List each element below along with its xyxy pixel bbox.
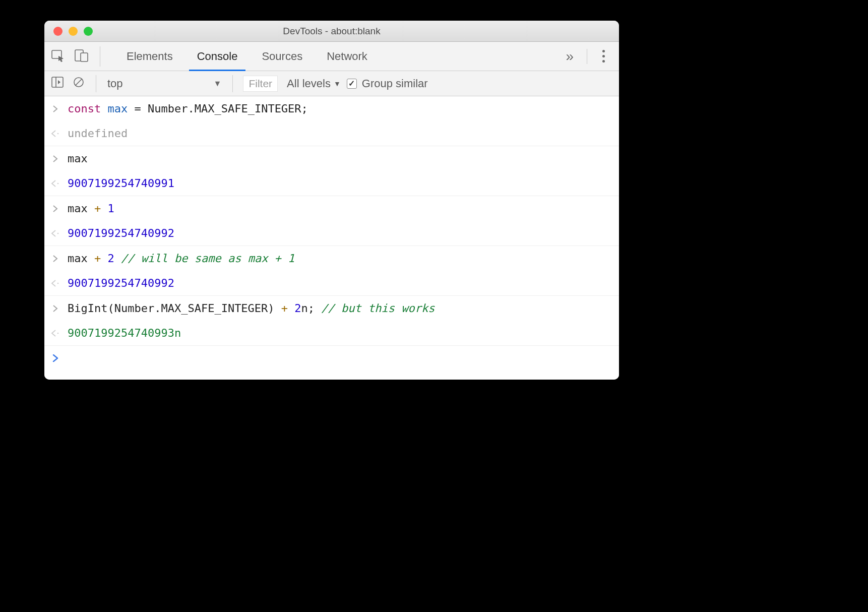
console-input-row: max + 2 // will be same as max + 1: [44, 246, 619, 271]
filter-left-controls: [51, 75, 96, 92]
traffic-lights: [44, 27, 93, 36]
console-line-content: 9007199254740993n: [68, 325, 181, 341]
console-line-content: const max = Number.MAX_SAFE_INTEGER;: [68, 100, 308, 117]
zoom-icon[interactable]: [84, 27, 93, 36]
main-toolbar: Elements Console Sources Network »: [44, 42, 619, 71]
window-title: DevTools - about:blank: [44, 26, 619, 37]
more-tabs-icon[interactable]: »: [566, 48, 574, 65]
group-similar-label: Group similar: [362, 77, 428, 90]
input-prompt-icon: [49, 300, 61, 317]
context-label: top: [107, 77, 123, 90]
output-arrow-icon: [49, 175, 61, 192]
input-prompt-icon: [49, 250, 61, 267]
chevron-down-icon: ▼: [334, 80, 341, 88]
devtools-window: DevTools - about:blank Elements: [44, 21, 619, 380]
filter-input[interactable]: Filter: [243, 76, 278, 92]
console-input-row: max: [44, 146, 619, 171]
output-arrow-icon: [49, 325, 61, 341]
chevron-down-icon: ▼: [214, 79, 222, 88]
console-output-row: 9007199254740992: [44, 271, 619, 296]
console-output-row: 9007199254740992: [44, 221, 619, 246]
console-input-row: const max = Number.MAX_SAFE_INTEGER;: [44, 96, 619, 121]
tab-console[interactable]: Console: [185, 42, 250, 71]
levels-label: All levels: [287, 77, 331, 90]
titlebar: DevTools - about:blank: [44, 21, 619, 42]
console-line-content: 9007199254740992: [68, 225, 174, 241]
tab-label: Console: [197, 50, 238, 63]
console-line-content: 9007199254740992: [68, 275, 174, 291]
settings-menu-icon[interactable]: [600, 48, 607, 65]
console-output-row: 9007199254740993n: [44, 321, 619, 346]
console-filterbar: top ▼ Filter All levels ▼ Group similar: [44, 71, 619, 96]
tab-label: Sources: [262, 50, 302, 63]
tab-label: Elements: [127, 50, 173, 63]
console-input-row: max + 1: [44, 196, 619, 221]
tab-label: Network: [327, 50, 367, 63]
console-line-content: max + 2 // will be same as max + 1: [68, 250, 294, 267]
output-arrow-icon: [49, 125, 61, 142]
svg-rect-2: [81, 53, 88, 62]
tab-sources[interactable]: Sources: [250, 42, 315, 71]
log-levels-selector[interactable]: All levels ▼: [287, 77, 341, 90]
tab-network[interactable]: Network: [315, 42, 380, 71]
group-similar-checkbox[interactable]: [347, 79, 357, 89]
toolbar-right: »: [566, 48, 612, 65]
inspect-element-icon[interactable]: [51, 49, 66, 64]
input-prompt-icon: [49, 100, 61, 117]
input-prompt-icon: [49, 200, 61, 217]
close-icon[interactable]: [53, 27, 63, 36]
device-controls: [51, 46, 100, 67]
svg-point-8: [57, 283, 59, 284]
console-prompt-row[interactable]: [44, 346, 619, 380]
console-line-content: 9007199254740991: [68, 175, 174, 192]
console-line-content: undefined: [68, 125, 128, 142]
clear-console-icon[interactable]: [73, 76, 85, 91]
console-line-content: max + 1: [68, 200, 114, 217]
tab-elements[interactable]: Elements: [114, 42, 185, 71]
context-selector[interactable]: top ▼: [107, 75, 233, 92]
console-input-row: BigInt(Number.MAX_SAFE_INTEGER) + 2n; //…: [44, 296, 619, 321]
svg-point-7: [57, 233, 59, 234]
console-line-content: BigInt(Number.MAX_SAFE_INTEGER) + 2n; //…: [68, 300, 435, 317]
console-output-row: 9007199254740991: [44, 171, 619, 196]
separator: [587, 49, 587, 64]
toggle-sidebar-icon[interactable]: [51, 77, 64, 91]
output-arrow-icon: [49, 275, 61, 291]
svg-point-6: [57, 183, 59, 185]
output-arrow-icon: [49, 225, 61, 241]
active-prompt-icon: [49, 350, 61, 366]
svg-point-5: [57, 133, 59, 135]
input-prompt-icon: [49, 150, 61, 167]
minimize-icon[interactable]: [69, 27, 78, 36]
console-output: const max = Number.MAX_SAFE_INTEGER;unde…: [44, 96, 619, 380]
svg-point-9: [57, 333, 59, 334]
console-output-row: undefined: [44, 121, 619, 146]
console-line-content: max: [68, 150, 88, 167]
panel-tabs: Elements Console Sources Network: [114, 42, 380, 71]
svg-rect-3: [52, 77, 63, 87]
toggle-device-icon[interactable]: [75, 49, 89, 64]
